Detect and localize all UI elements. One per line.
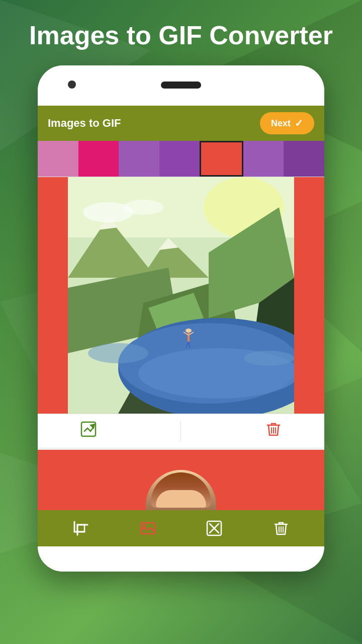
swatch-6[interactable] (243, 141, 284, 177)
svg-point-29 (88, 343, 148, 363)
bottom-nav (38, 510, 324, 546)
image-card-2 (38, 450, 324, 510)
phone-top-bezel (38, 65, 324, 106)
phone-frame: Images to GIF Next ✓ (38, 65, 324, 572)
delete-button[interactable] (264, 420, 283, 442)
swatch-1[interactable] (38, 141, 78, 177)
nav-scissors-button[interactable] (202, 516, 227, 541)
app-bar-title: Images to GIF (48, 117, 121, 130)
swatch-5-selected[interactable] (200, 141, 243, 177)
svg-point-30 (244, 351, 294, 366)
swatch-2[interactable] (78, 141, 119, 177)
next-button[interactable]: Next ✓ (260, 112, 314, 134)
app-bar: Images to GIF Next ✓ (38, 106, 324, 141)
second-card-thumbnail (146, 470, 216, 510)
image-card-1 (38, 177, 324, 448)
color-swatches-row (38, 141, 324, 177)
phone-camera (68, 80, 76, 89)
svg-rect-24 (188, 333, 190, 342)
swatch-7[interactable] (284, 141, 324, 177)
svg-point-23 (186, 329, 192, 333)
image-preview (68, 177, 294, 414)
edit-button[interactable] (79, 420, 98, 442)
checkmark-icon: ✓ (295, 117, 303, 129)
phone-speaker (161, 82, 201, 89)
svg-rect-41 (77, 525, 84, 532)
nav-trash-button[interactable] (268, 516, 294, 541)
phone-screen: Images to GIF Next ✓ (38, 106, 324, 510)
swatch-4[interactable] (159, 141, 200, 177)
phone-bottom-bezel (38, 546, 324, 572)
nav-crop-button[interactable] (68, 516, 94, 541)
image-container (38, 177, 324, 414)
app-title: Images to GIF Converter (0, 0, 362, 65)
svg-point-32 (123, 200, 163, 215)
next-button-label: Next (271, 118, 291, 129)
nav-gallery-button[interactable] (135, 516, 160, 541)
image-actions (38, 414, 324, 448)
swatch-3[interactable] (119, 141, 159, 177)
